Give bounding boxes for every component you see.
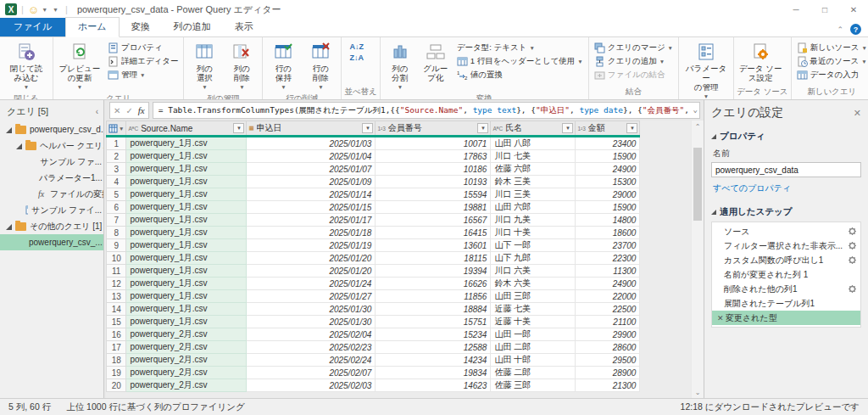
scroll-down-icon[interactable]: ⌄ xyxy=(695,386,701,398)
cell[interactable]: powerquery_1月.csv xyxy=(126,214,247,227)
delete-step-icon[interactable]: ✕ xyxy=(717,314,726,322)
cell[interactable]: 18884 xyxy=(376,303,491,316)
feedback-smiley-icon[interactable]: ☺ xyxy=(28,4,39,15)
step-settings-gear-icon[interactable] xyxy=(848,284,857,294)
cell[interactable]: powerquery_1月.csv xyxy=(126,176,247,188)
cell[interactable]: 22000 xyxy=(576,290,640,303)
cell[interactable]: powerquery_2月.csv xyxy=(126,354,247,367)
cell[interactable]: 山下 一郎 xyxy=(491,239,576,252)
applied-step[interactable]: 名前が変更された列 1 xyxy=(712,267,860,282)
cell[interactable]: 鈴木 六美 xyxy=(491,278,576,290)
tab-home[interactable]: ホーム xyxy=(65,17,120,37)
query-tree-item[interactable]: fxファイルの変換 xyxy=(0,186,103,202)
cell[interactable]: powerquery_1月.csv xyxy=(126,290,247,303)
close-panel-icon[interactable]: ✕ xyxy=(854,108,861,119)
applied-step[interactable]: ✕変更された型 xyxy=(712,311,860,325)
row-number[interactable]: 20 xyxy=(107,379,126,392)
query-tree-item[interactable]: パラメーター1... xyxy=(0,170,103,186)
expand-arrow-icon[interactable] xyxy=(5,126,12,133)
cell[interactable]: 山田 三郎 xyxy=(491,290,576,303)
help-icon[interactable]: ? xyxy=(850,24,861,35)
filter-dropdown-icon[interactable]: ▼ xyxy=(562,123,573,133)
profiling-status[interactable]: 上位 1000 行に基づく列のプロファイリング xyxy=(66,401,245,413)
cell[interactable]: 12588 xyxy=(376,341,491,354)
tab-add-column[interactable]: 列の追加 xyxy=(162,18,223,36)
row-number[interactable]: 14 xyxy=(107,303,126,316)
cell[interactable]: 2025/01/04 xyxy=(247,150,376,163)
cell[interactable]: 2025/01/15 xyxy=(247,201,376,214)
cell[interactable]: 29500 xyxy=(576,354,640,367)
cell[interactable]: powerquery_1月.csv xyxy=(126,137,247,150)
cell[interactable]: 川口 九美 xyxy=(491,214,576,227)
cell[interactable]: powerquery_1月.csv xyxy=(126,316,247,328)
cell[interactable]: 近藤 七美 xyxy=(491,303,576,316)
cell[interactable]: 10071 xyxy=(376,137,491,150)
expand-arrow-icon[interactable] xyxy=(15,143,22,149)
query-tree-item[interactable]: ヘルパー クエリ... xyxy=(0,137,103,154)
cell[interactable]: 15751 xyxy=(376,316,491,328)
properties-button[interactable]: プロパティ xyxy=(105,42,181,54)
column-header-申込日[interactable]: ▦申込日▼ xyxy=(247,121,376,137)
cell[interactable]: 佐藤 三郎 xyxy=(491,379,576,392)
cell[interactable]: 28600 xyxy=(576,341,640,354)
minimize-button[interactable]: ─ xyxy=(782,0,810,19)
cell[interactable]: 16626 xyxy=(376,278,491,290)
collapse-section-icon[interactable] xyxy=(711,134,716,139)
cell[interactable]: 佐藤 二郎 xyxy=(491,367,576,379)
cell[interactable]: 2025/01/30 xyxy=(247,316,376,328)
cell[interactable]: powerquery_1月.csv xyxy=(126,188,247,201)
recent-sources-button[interactable]: 最近のソース ▼ xyxy=(794,55,868,68)
query-tree-item[interactable]: その他のクエリ [1] xyxy=(0,218,103,234)
row-number[interactable]: 12 xyxy=(107,278,126,290)
row-number[interactable]: 10 xyxy=(107,252,126,265)
cell[interactable]: powerquery_2月.csv xyxy=(126,367,247,379)
cell[interactable]: 2025/01/07 xyxy=(247,163,376,176)
row-number[interactable]: 5 xyxy=(107,188,126,201)
cell[interactable]: powerquery_1月.csv xyxy=(126,201,247,214)
expand-formula-icon[interactable]: ⌄ xyxy=(693,105,698,114)
cell[interactable]: 2025/02/03 xyxy=(247,379,376,392)
cell[interactable]: 山田 十郎 xyxy=(491,354,576,367)
collapse-ribbon-icon[interactable]: ⌃ xyxy=(837,25,843,34)
cell[interactable]: powerquery_2月.csv xyxy=(126,328,247,341)
cell[interactable]: 近藤 十美 xyxy=(491,316,576,328)
applied-step[interactable]: ソース xyxy=(712,224,860,238)
data-source-settings-button[interactable]: データ ソー ス設定 xyxy=(737,40,784,84)
cell[interactable]: 29000 xyxy=(576,188,640,201)
row-number[interactable]: 17 xyxy=(107,341,126,354)
cell[interactable]: 2025/01/20 xyxy=(247,265,376,278)
column-header-会員番号[interactable]: 1²3会員番号▼ xyxy=(376,121,491,137)
row-number[interactable]: 16 xyxy=(107,328,126,341)
cell[interactable]: 2025/02/04 xyxy=(247,328,376,341)
cell[interactable]: 2025/02/07 xyxy=(247,367,376,379)
cell[interactable]: 15900 xyxy=(576,201,640,214)
column-header-金額[interactable]: 1²3金額▼ xyxy=(576,121,640,137)
cell[interactable]: 28900 xyxy=(576,367,640,379)
step-settings-gear-icon[interactable] xyxy=(848,255,857,265)
step-settings-gear-icon[interactable] xyxy=(848,241,857,250)
vertical-scrollbar[interactable]: ⌃ ⌄ xyxy=(692,121,704,398)
cell[interactable]: 24900 xyxy=(576,278,640,290)
cancel-formula-icon[interactable]: ✕ xyxy=(114,106,120,115)
remove-columns-button[interactable]: 列の 削除 ▼ xyxy=(224,40,259,93)
row-number[interactable]: 13 xyxy=(107,290,126,303)
cell[interactable]: 11856 xyxy=(376,290,491,303)
tab-file[interactable]: ファイル xyxy=(0,18,65,36)
cell[interactable]: 2025/02/23 xyxy=(247,341,376,354)
cell[interactable]: powerquery_1月.csv xyxy=(126,303,247,316)
group-by-button[interactable]: グルー プ化 xyxy=(419,40,453,84)
row-number[interactable]: 11 xyxy=(107,265,126,278)
cell[interactable]: powerquery_1月.csv xyxy=(126,265,247,278)
cell[interactable]: 川口 十美 xyxy=(491,227,576,239)
cell[interactable]: 23400 xyxy=(576,137,640,150)
cell[interactable]: 19881 xyxy=(376,201,491,214)
cell[interactable]: 15300 xyxy=(576,176,640,188)
cell[interactable]: 17863 xyxy=(376,150,491,163)
new-source-button[interactable]: 新しいソース ▼ xyxy=(794,42,868,54)
manage-parameters-button[interactable]: パラメーター の管理 ▼ xyxy=(682,40,731,100)
row-number[interactable]: 4 xyxy=(107,176,126,188)
row-number[interactable]: 6 xyxy=(107,201,126,214)
query-tree-item[interactable]: サンプル ファイ... xyxy=(0,202,103,218)
cell[interactable]: 14800 xyxy=(576,214,640,227)
cell[interactable]: 2025/01/20 xyxy=(247,252,376,265)
